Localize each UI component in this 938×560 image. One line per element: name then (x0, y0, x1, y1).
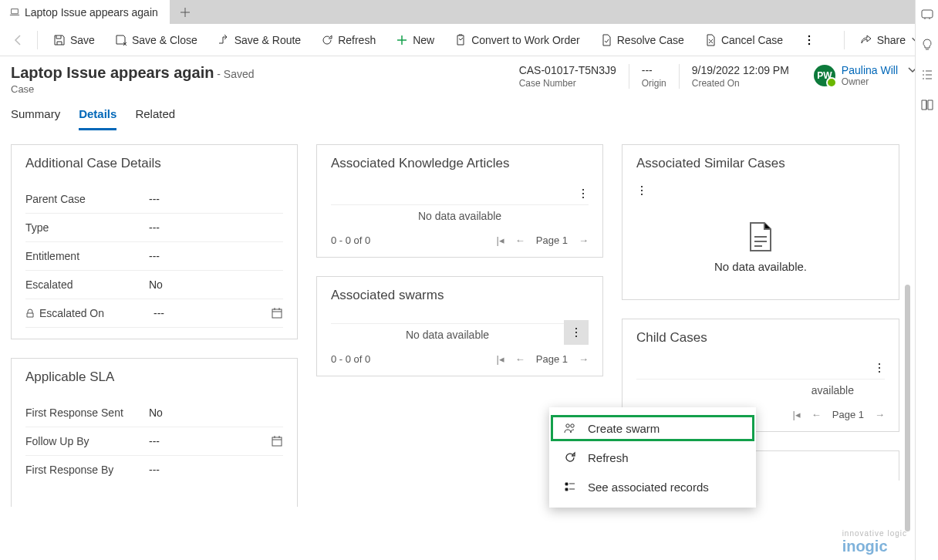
header-case-number: CAS-01017-T5N3J9 Case Number (507, 64, 629, 89)
swarms-context-menu: Create swarm Refresh See associated reco… (549, 407, 756, 508)
checklist-icon[interactable] (920, 68, 934, 84)
menu-create-swarm[interactable]: Create swarm (549, 413, 756, 443)
clipboard-icon (454, 34, 467, 46)
similar-cases-card: Associated Similar Cases No data availab… (622, 144, 899, 300)
svg-point-10 (575, 336, 577, 337)
back-button[interactable] (8, 29, 29, 51)
parent-case-field[interactable]: Parent Case--- (25, 185, 283, 214)
applicable-sla-card: Applicable SLA First Response SentNo Fol… (11, 358, 298, 507)
save-button[interactable]: Save (46, 29, 103, 51)
document-icon (747, 221, 774, 252)
refresh-button[interactable]: Refresh (313, 29, 383, 51)
pager-next[interactable]: → (579, 353, 589, 365)
pager-prev[interactable]: ← (515, 353, 525, 365)
header-origin: --- Origin (629, 64, 679, 89)
lightbulb-icon[interactable] (920, 38, 934, 54)
first-response-sent-field[interactable]: First Response SentNo (25, 399, 283, 427)
svg-point-6 (582, 193, 584, 194)
knowledge-articles-card: Associated Knowledge Articles No data av… (316, 144, 603, 258)
more-vertical-icon (874, 363, 885, 373)
knowledge-more-button[interactable] (578, 189, 589, 201)
save-icon (53, 34, 66, 46)
svg-point-14 (879, 363, 880, 365)
escalated-on-field[interactable]: Escalated On --- (25, 299, 283, 328)
svg-point-16 (879, 371, 880, 373)
pager-next[interactable]: → (875, 409, 885, 420)
svg-rect-19 (922, 10, 933, 18)
window-tab[interactable]: Laptop Issue appears again (0, 0, 170, 24)
form-tabs: Summary Details Related (0, 98, 938, 130)
entity-label: Case (11, 83, 255, 95)
overflow-button[interactable] (795, 29, 823, 51)
svg-point-0 (808, 35, 810, 36)
side-panel (915, 0, 938, 560)
lock-icon (25, 309, 35, 318)
follow-up-by-field[interactable]: Follow Up By--- (25, 427, 283, 456)
refresh-icon (321, 34, 333, 46)
cancel-doc-icon (704, 34, 717, 46)
type-field[interactable]: Type--- (25, 214, 283, 242)
pager-next[interactable]: → (579, 234, 589, 246)
more-vertical-icon (803, 34, 815, 46)
svg-point-5 (582, 189, 584, 191)
svg-point-7 (582, 197, 584, 198)
more-vertical-icon (578, 188, 589, 199)
header-owner[interactable]: PW Paulina Will Owner (801, 64, 898, 87)
new-tab-button[interactable] (170, 7, 201, 18)
refresh-icon (563, 450, 577, 464)
svg-point-1 (808, 39, 810, 40)
resolve-button[interactable]: Resolve Case (592, 29, 692, 51)
command-bar: Save Save & Close Save & Route Refresh N… (0, 24, 938, 56)
svg-point-12 (641, 190, 643, 191)
scrollbar[interactable] (905, 285, 910, 531)
pager-first[interactable]: |◂ (496, 353, 504, 365)
additional-case-details-card: Additional Case Details Parent Case--- T… (11, 144, 298, 339)
cancel-case-button[interactable]: Cancel Case (697, 29, 791, 51)
similar-more-button[interactable] (636, 186, 647, 198)
svg-point-8 (575, 328, 577, 329)
svg-rect-3 (272, 309, 282, 318)
child-more-button[interactable] (874, 363, 885, 376)
svg-point-18 (571, 424, 574, 427)
escalated-field[interactable]: EscalatedNo (25, 271, 283, 299)
new-button[interactable]: New (388, 29, 442, 51)
tab-related[interactable]: Related (135, 107, 175, 130)
calendar-icon[interactable] (271, 435, 283, 447)
list-icon (563, 480, 577, 494)
entitlement-field[interactable]: Entitlement--- (25, 242, 283, 271)
calendar-icon[interactable] (271, 307, 283, 319)
save-close-button[interactable]: Save & Close (107, 29, 205, 51)
form-header: Laptop Issue appears again - Saved Case … (0, 56, 938, 98)
check-doc-icon (600, 34, 612, 46)
pager-first[interactable]: |◂ (496, 234, 504, 246)
header-created-on: 9/19/2022 12:09 PM Created On (679, 64, 801, 89)
save-route-button[interactable]: Save & Route (210, 29, 309, 51)
route-icon (218, 34, 230, 46)
svg-point-11 (641, 186, 643, 187)
arrow-left-icon (12, 34, 25, 46)
swarms-more-button[interactable] (564, 320, 589, 345)
copilot-icon[interactable] (920, 8, 934, 24)
pager-first[interactable]: |◂ (792, 409, 800, 420)
pager-prev[interactable]: ← (515, 234, 525, 246)
svg-point-15 (879, 367, 880, 369)
book-icon[interactable] (920, 98, 934, 114)
save-close-icon (115, 34, 127, 46)
menu-see-associated[interactable]: See associated records (549, 472, 756, 501)
more-vertical-icon (571, 327, 582, 338)
svg-point-17 (566, 424, 569, 427)
pager-prev[interactable]: ← (811, 409, 822, 420)
watermark: innovative logic inogic (842, 529, 907, 555)
first-response-by-field[interactable]: First Response By--- (25, 456, 283, 484)
form-body: Additional Case Details Parent Case--- T… (0, 130, 938, 521)
laptop-icon (9, 7, 20, 18)
convert-button[interactable]: Convert to Work Order (447, 29, 588, 51)
record-title: Laptop Issue appears again (11, 64, 214, 81)
svg-point-13 (641, 194, 643, 195)
tab-details[interactable]: Details (79, 107, 116, 130)
owner-name[interactable]: Paulina Will (842, 64, 898, 76)
tab-summary[interactable]: Summary (11, 107, 60, 130)
avatar: PW (814, 65, 835, 86)
menu-refresh[interactable]: Refresh (549, 443, 756, 472)
share-icon (860, 34, 872, 46)
